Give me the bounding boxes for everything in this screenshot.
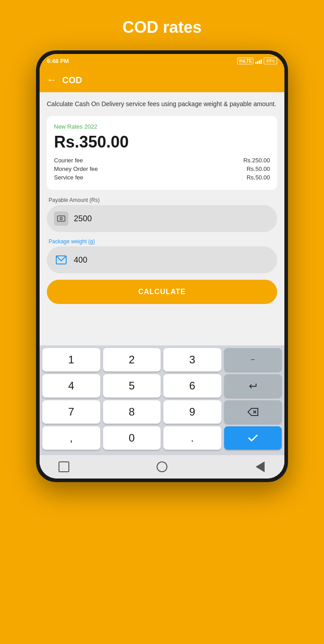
key-dot[interactable]: . bbox=[163, 426, 221, 450]
back-button[interactable]: ← bbox=[47, 74, 57, 86]
key-minus[interactable]: − bbox=[224, 348, 282, 371]
header-title: COD bbox=[62, 75, 82, 85]
recent-apps-icon bbox=[58, 461, 69, 472]
service-fee-label: Service fee bbox=[54, 174, 83, 181]
fee-row-courier: Courier fee Rs.250.00 bbox=[54, 157, 270, 164]
key-6[interactable]: 6 bbox=[163, 374, 221, 398]
key-0[interactable]: 0 bbox=[103, 426, 161, 450]
key-3[interactable]: 3 bbox=[163, 348, 221, 371]
phone-screen: 6:48 PM VoLTE 49% ← COD Calculate Cas bbox=[40, 54, 284, 479]
key-4[interactable]: 4 bbox=[42, 374, 100, 398]
description-text: Calculate Cash On Delivery service fees … bbox=[47, 99, 277, 109]
payable-amount-field[interactable]: 2500 bbox=[47, 205, 277, 232]
keyboard: 1 2 3 − 4 5 6 7 8 9 bbox=[40, 345, 284, 455]
signal-icon bbox=[255, 58, 262, 64]
status-icons: VoLTE 49% bbox=[237, 58, 277, 64]
key-enter[interactable] bbox=[224, 374, 282, 398]
money-order-fee-label: Money Order fee bbox=[54, 165, 98, 172]
package-weight-label: Package weight (g) bbox=[49, 238, 277, 245]
money-order-fee-value: Rs.50.00 bbox=[247, 165, 270, 172]
keyboard-row-2: 4 5 6 bbox=[42, 374, 282, 398]
key-8[interactable]: 8 bbox=[103, 400, 161, 424]
back-icon bbox=[256, 461, 265, 472]
status-bar: 6:48 PM VoLTE 49% bbox=[40, 54, 284, 68]
payable-amount-label: Payable Amount (Rs) bbox=[49, 197, 277, 203]
payable-amount-value: 2500 bbox=[74, 214, 92, 224]
key-backspace[interactable] bbox=[224, 400, 282, 424]
nav-bar bbox=[40, 455, 284, 479]
key-comma[interactable]: , bbox=[42, 426, 100, 450]
home-icon bbox=[157, 461, 167, 472]
money-icon bbox=[54, 211, 68, 226]
key-7[interactable]: 7 bbox=[42, 400, 100, 424]
package-weight-field[interactable]: 400 bbox=[47, 246, 277, 273]
fee-row-money-order: Money Order fee Rs.50.00 bbox=[54, 165, 270, 172]
svg-point-1 bbox=[60, 218, 63, 220]
app-header: ← COD bbox=[40, 68, 284, 92]
nav-home-button[interactable] bbox=[156, 461, 168, 473]
battery-icon: 49% bbox=[264, 58, 277, 64]
key-9[interactable]: 9 bbox=[163, 400, 221, 424]
volte-icon: VoLTE bbox=[237, 58, 253, 64]
nav-recent-button[interactable] bbox=[58, 461, 70, 473]
package-weight-group: Package weight (g) 400 bbox=[47, 238, 277, 273]
key-confirm[interactable] bbox=[224, 426, 282, 450]
courier-fee-value: Rs.250.00 bbox=[243, 157, 270, 164]
page-title: COD rates bbox=[122, 18, 202, 37]
app-content: Calculate Cash On Delivery service fees … bbox=[40, 92, 284, 318]
calculate-button[interactable]: CALCULATE bbox=[47, 280, 277, 304]
key-1[interactable]: 1 bbox=[42, 348, 100, 371]
total-amount: Rs.350.00 bbox=[54, 133, 270, 152]
keyboard-row-1: 1 2 3 − bbox=[42, 348, 282, 371]
key-5[interactable]: 5 bbox=[103, 374, 161, 398]
empty-space bbox=[40, 318, 284, 345]
svg-rect-0 bbox=[58, 216, 65, 221]
package-weight-value: 400 bbox=[74, 255, 87, 265]
status-time: 6:48 PM bbox=[47, 58, 69, 64]
key-2[interactable]: 2 bbox=[103, 348, 161, 371]
nav-back-button[interactable] bbox=[254, 461, 266, 473]
new-rates-label: New Rates 2022 bbox=[54, 123, 270, 130]
rates-card: New Rates 2022 Rs.350.00 Courier fee Rs.… bbox=[47, 116, 277, 190]
envelope-icon bbox=[54, 253, 68, 267]
keyboard-row-3: 7 8 9 bbox=[42, 400, 282, 424]
service-fee-value: Rs.50.00 bbox=[247, 174, 270, 181]
keyboard-row-4: , 0 . bbox=[42, 426, 282, 450]
payable-amount-group: Payable Amount (Rs) 2500 bbox=[47, 197, 277, 232]
fee-row-service: Service fee Rs.50.00 bbox=[54, 174, 270, 181]
courier-fee-label: Courier fee bbox=[54, 157, 83, 164]
phone-device: 6:48 PM VoLTE 49% ← COD Calculate Cas bbox=[36, 50, 288, 482]
